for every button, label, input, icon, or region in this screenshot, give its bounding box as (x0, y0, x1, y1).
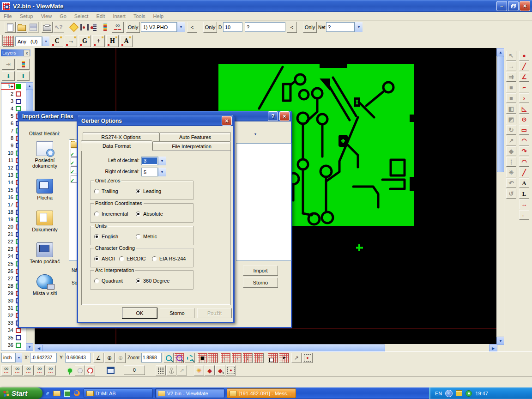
ie-icon[interactable]: e (46, 389, 49, 397)
menu-item[interactable]: Insert (113, 13, 126, 19)
menu-item[interactable]: View (41, 13, 52, 19)
only-layer-button[interactable]: Only (126, 22, 140, 33)
zoom-grid-button[interactable] (174, 353, 184, 363)
combo-arrow[interactable]: ▼ (158, 157, 166, 165)
layer-colors-button[interactable] (17, 59, 30, 70)
view-selection-icon[interactable]: ∞••• (35, 365, 45, 375)
places-bar-item[interactable]: Poslední dokumenty (24, 141, 66, 169)
snap-grid-button[interactable] (156, 365, 166, 375)
menu-item[interactable]: Go (60, 13, 66, 19)
align-icon[interactable]: ⋮ (506, 157, 516, 167)
minimize-button[interactable]: – (496, 1, 507, 11)
relative-origin-button[interactable]: ⊕ (115, 353, 126, 363)
cancel-button[interactable]: Storno (160, 308, 194, 318)
gerber-dialog-title-bar[interactable]: Gerber Options × (78, 115, 233, 126)
task-button[interactable]: [191-482-091] - Mess... (227, 388, 296, 398)
pan-down-icon[interactable]: ↓ (242, 353, 253, 363)
start-button[interactable]: Start (0, 387, 42, 399)
copy-feature-icon[interactable]: ⇉ (506, 72, 516, 82)
pan-left-icon[interactable]: ← (220, 353, 230, 363)
redraw-button[interactable] (68, 22, 79, 33)
view-layer-icon[interactable]: ∞••• (46, 365, 56, 375)
only-net-button[interactable]: Only (303, 22, 317, 33)
restore-button[interactable] (508, 1, 519, 11)
goto-arrow-button[interactable]: → (65, 35, 77, 47)
layer-color-swatch[interactable] (16, 84, 21, 89)
layer-color-swatch[interactable] (16, 343, 21, 348)
menu-item[interactable]: Tools (133, 13, 145, 19)
zoom-in-button[interactable] (163, 353, 174, 363)
zoom-value-input[interactable]: 1.8868 (141, 353, 162, 363)
canvas-hscrollbar[interactable]: ◀ ▶ (35, 344, 496, 351)
layer-move-up-button[interactable]: ⬆ (17, 71, 30, 81)
layer-row[interactable]: 35 (1, 334, 26, 341)
filled-square-alt-icon[interactable]: ■ (506, 93, 516, 103)
grid-settings-button[interactable] (208, 353, 218, 363)
unit-combo-arrow[interactable]: ▼ (15, 353, 22, 363)
origin-crosshair-button[interactable]: ⊕ (104, 353, 115, 363)
ok-button[interactable]: OK (122, 308, 157, 318)
layer-color-swatch[interactable] (16, 99, 21, 104)
pad-select-button[interactable]: ● (226, 365, 236, 375)
highlight-a-button[interactable]: A (120, 35, 133, 47)
hscroll-thumb[interactable] (42, 345, 385, 352)
layer-color-swatch[interactable] (16, 106, 21, 111)
close-icon[interactable]: x (24, 50, 30, 56)
layers-palette-title[interactable]: Layers x (1, 49, 30, 56)
firefox-icon[interactable] (74, 390, 80, 396)
select-region-button[interactable]: ● (302, 353, 313, 363)
left-of-decimal-combo[interactable]: 3 (141, 157, 158, 165)
places-bar-item[interactable]: Dokumenty (24, 211, 66, 232)
layer-combo-arrow[interactable]: ▼ (177, 22, 185, 32)
mirror-vertical-icon[interactable]: ◧ (506, 104, 516, 114)
canvas-vscrollbar[interactable]: ▲ ▼ (496, 48, 504, 344)
grid-origin-button[interactable] (268, 353, 278, 363)
highlight-plus-button[interactable]: + (92, 35, 105, 47)
radio-metric[interactable]: Metric (136, 234, 157, 239)
highlight-h-button[interactable]: H (106, 35, 119, 47)
notes-tray-icon[interactable] (456, 390, 462, 396)
radio-incremental[interactable]: Incremental (94, 211, 128, 217)
only-dcode-button[interactable]: Only (203, 22, 217, 33)
views-dropdown-arrow[interactable]: ▼ (252, 130, 259, 138)
pan-up-icon[interactable]: ↑ (254, 353, 264, 363)
net-combo-arrow[interactable]: ▼ (355, 22, 363, 32)
mirror-horizontal-icon[interactable]: ◩ (506, 115, 516, 124)
filter-combo-arrow[interactable]: ▼ (42, 36, 49, 46)
layer-color-swatch[interactable] (16, 328, 21, 333)
task-button[interactable]: D:\MLAB (84, 388, 153, 398)
vscroll-thumb[interactable] (497, 56, 504, 172)
redraw-view-icon[interactable]: ∞••• (1, 365, 12, 375)
radio-ebcdic[interactable]: EBCDIC (119, 256, 146, 261)
icq-tray-icon[interactable] (466, 390, 472, 397)
select-cursor-icon[interactable]: ↖ (506, 51, 516, 60)
settings-gear-icon[interactable]: ✳ (506, 168, 516, 177)
collapse-tray-button[interactable]: ‹ (445, 390, 453, 397)
layers-scroll-up[interactable]: ▲ (26, 82, 33, 90)
highlight-on-button[interactable] (65, 365, 75, 375)
menu-item[interactable]: Select (74, 13, 89, 19)
highlight-c-button[interactable]: C (51, 35, 63, 47)
film-query-button[interactable] (90, 22, 100, 33)
menu-item[interactable]: Edit (96, 13, 105, 19)
combo-arrow[interactable]: ▼ (158, 168, 166, 176)
right-of-decimal-combo[interactable]: 5 (141, 168, 158, 176)
menu-item[interactable]: Setup (20, 13, 33, 19)
filter-combo[interactable]: Any (U) (15, 36, 42, 46)
menu-item[interactable]: Help (153, 13, 164, 19)
radio-english[interactable]: English (94, 234, 118, 239)
places-bar-item[interactable]: Místa v síti (24, 274, 66, 296)
angle-measure-button[interactable]: ∠ (93, 353, 103, 363)
dcode-input[interactable]: 10 (223, 22, 242, 32)
menu-item[interactable]: File (4, 13, 12, 19)
places-bar-item[interactable]: Plocha (24, 179, 66, 200)
pad-mode-button[interactable]: ◆ (205, 365, 215, 375)
dcode-filter-input[interactable]: ? (245, 22, 285, 32)
grid-toggle-button[interactable]: ▦ (197, 353, 207, 363)
radio-leading[interactable]: Leading (136, 188, 161, 194)
layer-color-swatch[interactable] (16, 91, 21, 97)
prev-layer-button[interactable]: < (187, 22, 197, 33)
pan-right-icon[interactable]: → (231, 353, 242, 363)
filled-square-icon[interactable]: ■ (506, 83, 516, 92)
layer-combo[interactable]: 1) V2.PHO (141, 22, 177, 32)
